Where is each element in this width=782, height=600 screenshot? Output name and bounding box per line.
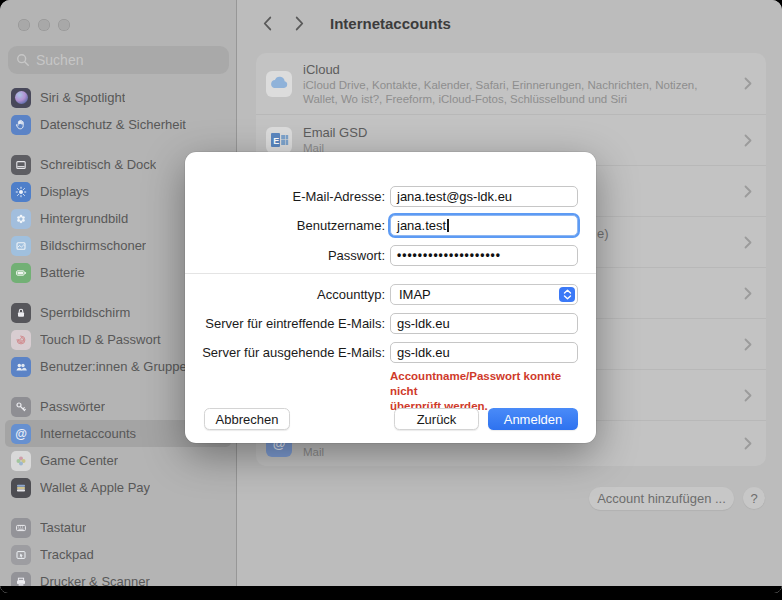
password-label: Passwort: [185,245,385,266]
page-title: Internetaccounts [330,15,451,32]
incoming-server-field[interactable]: gs-ldk.eu [390,313,578,334]
account-title: iCloud [303,62,733,78]
minimize-button[interactable] [38,19,50,31]
zoom-button[interactable] [58,19,70,31]
window-bottom-edge [0,586,782,593]
sidebar-item-label: Sperrbildschirm [40,305,130,320]
back-button-dialog[interactable]: Zurück [394,408,479,430]
screen: Suchen Siri & Spotlight Datenschutz & Si… [0,0,782,600]
sidebar-item-label: Bildschirmschoner [40,238,146,253]
help-button[interactable]: ? [743,487,765,509]
sidebar-item-label: Hintergrundbild [40,211,128,226]
screensaver-icon [11,236,31,256]
account-subtitle: Mail [303,445,324,459]
lock-icon [11,303,31,323]
username-label: Benutzername: [185,215,385,236]
incoming-server-label: Server für eintreffende E-Mails: [185,313,385,334]
add-account-button[interactable]: Account hinzufügen ... [589,487,734,510]
cancel-button[interactable]: Abbrechen [204,408,290,430]
sidebar-item-trackpad[interactable]: Trackpad [5,541,231,568]
account-row-icloud[interactable]: iCloud iCloud Drive, Kontakte, Kalender,… [256,53,766,114]
account-description: iCloud Drive, Kontakte, Kalender, Safari… [303,78,733,106]
key-icon [11,397,31,417]
sidebar-item-label: Trackpad [40,547,94,562]
wallet-icon [11,478,31,498]
battery-icon [11,263,31,283]
gamecenter-icon [11,451,31,471]
siri-icon [11,88,31,108]
accounttype-select[interactable]: IMAP [390,284,578,305]
exchange-icon: E [266,127,292,153]
outgoing-server-label: Server für ausgehende E-Mails: [185,342,385,363]
icloud-icon [266,71,292,97]
system-settings-window: Suchen Siri & Spotlight Datenschutz & Si… [0,0,782,593]
sidebar-item-wallet[interactable]: Wallet & Apple Pay [5,474,231,501]
chevron-right-icon [744,134,752,147]
chevron-right-icon [744,236,752,249]
submit-button[interactable]: Anmelden [488,408,578,430]
touchid-icon [11,330,31,350]
sidebar-item-label: Datenschutz & Sicherheit [40,117,186,132]
dialog-separator [185,273,596,274]
accounttype-label: Accounttyp: [185,284,385,305]
text-caret [447,219,449,232]
wallpaper-icon [11,209,31,229]
sidebar-item-label: Wallet & Apple Pay [40,480,150,495]
password-field[interactable]: •••••••••••••••••••• [390,245,578,266]
chevron-right-icon [294,15,305,32]
sidebar-item-datenschutz[interactable]: Datenschutz & Sicherheit [5,111,231,138]
outgoing-server-field[interactable]: gs-ldk.eu [390,342,578,363]
sidebar-item-label: Internetaccounts [40,426,136,441]
email-label: E-Mail-Adresse: [185,186,385,207]
sidebar-item-label: Passwörter [40,399,105,414]
sidebar-item-label: Displays [40,184,89,199]
chevron-right-icon [744,287,752,300]
search-placeholder: Suchen [36,52,83,68]
users-icon [11,357,31,377]
stepper-icon [559,287,575,302]
search-icon [16,53,30,67]
sidebar-item-tastatur[interactable]: Tastatur [5,514,231,541]
sidebar-item-label: Schreibtisch & Dock [40,157,156,172]
chevron-right-icon [744,437,752,450]
chevron-left-icon [262,15,273,32]
account-title-fragment: e) [597,226,609,241]
sidebar-item-label: Siri & Spotlight [40,90,125,105]
email-field[interactable]: jana.test@gs-ldk.eu [390,186,578,207]
accounttype-value: IMAP [399,287,431,302]
sidebar-item-gamecenter[interactable]: Game Center [5,447,231,474]
sidebar-item-label: Game Center [40,453,118,468]
chevron-right-icon [744,338,752,351]
help-label: ? [750,491,757,506]
back-button[interactable] [260,13,274,33]
mail-account-dialog: E-Mail-Adresse: jana.test@gs-ldk.eu Benu… [185,152,596,443]
search-input[interactable]: Suchen [8,46,229,74]
sidebar-item-label: Batterie [40,265,85,280]
main-header: Internetaccounts [238,0,782,46]
sidebar-item-label: Touch ID & Passwort [40,332,161,347]
at-icon: @ [11,424,31,444]
chevron-right-icon [744,389,752,402]
keyboard-icon [11,518,31,538]
chevron-right-icon [744,77,752,90]
traffic-lights [18,19,70,31]
chevron-right-icon [744,185,752,198]
svg-text:E: E [273,136,279,146]
trackpad-icon [11,545,31,565]
desktop-dock-icon [11,155,31,175]
display-brightness-icon [11,182,31,202]
username-field[interactable]: jana.test [390,215,578,236]
sidebar-item-label: Tastatur [40,520,86,535]
account-title: Email GSD [303,125,367,141]
add-account-label: Account hinzufügen ... [597,491,726,506]
hand-privacy-icon [11,115,31,135]
close-button[interactable] [18,19,30,31]
sidebar-item-label: Benutzer:innen & Gruppen [40,359,194,374]
sidebar-item-siri-spotlight[interactable]: Siri & Spotlight [5,84,231,111]
forward-button[interactable] [292,13,306,33]
